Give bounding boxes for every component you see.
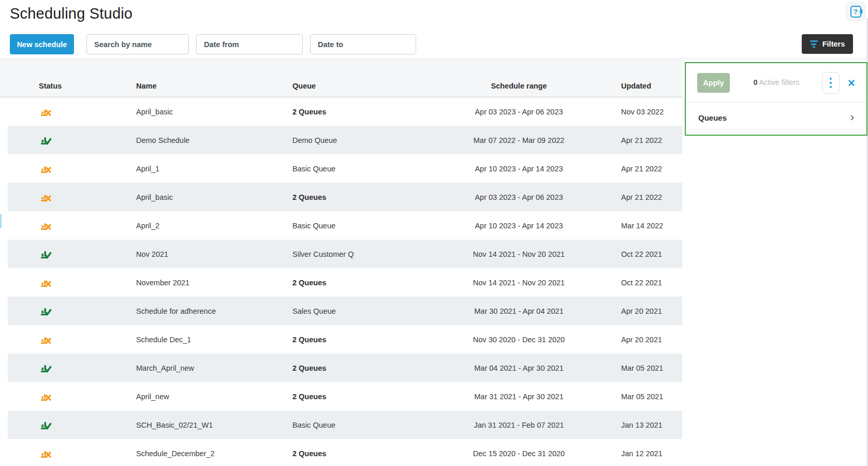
schedule-range: Apr 03 2023 - Apr 06 2023 xyxy=(455,193,582,201)
table-row[interactable]: November 2021 2 Queues Nov 14 2021 - Nov… xyxy=(8,268,682,297)
schedule-range: Nov 14 2021 - Nov 20 2021 xyxy=(455,279,582,287)
status-cell xyxy=(40,362,52,374)
filter-section-label: Queues xyxy=(698,113,727,122)
schedule-name: November 2021 xyxy=(136,279,189,287)
schedule-range: Apr 10 2023 - Apr 14 2023 xyxy=(455,222,582,230)
schedule-name: Schedule Dec_1 xyxy=(136,336,191,344)
left-scrollbar-thumb[interactable] xyxy=(0,214,2,228)
filters-panel: Apply 0Active filters ✕ Queues › xyxy=(685,62,867,136)
table-row[interactable]: Schedule_December_2 2 Queues Dec 15 2020… xyxy=(8,439,682,466)
table-row[interactable]: April_1 Basic Queue Apr 10 2023 - Apr 14… xyxy=(8,154,682,183)
schedule-range: Mar 04 2021 - Apr 30 2021 xyxy=(455,364,582,372)
schedule-range: Nov 30 2020 - Dec 31 2020 xyxy=(455,336,582,344)
more-options-button[interactable] xyxy=(822,72,840,94)
table-header: Status Name Queue Schedule range Updated xyxy=(0,59,682,97)
table-row[interactable]: April_new 2 Queues Mar 31 2021 - Apr 30 … xyxy=(8,382,682,411)
table-row[interactable]: April_basic 2 Queues Apr 03 2023 - Apr 0… xyxy=(8,183,682,211)
active-filters-count: 0 xyxy=(753,78,757,86)
schedule-updated: Mar 14 2022 xyxy=(621,222,663,230)
published-status-icon xyxy=(40,362,52,374)
help-icon: ? xyxy=(850,6,861,18)
not-published-status-icon xyxy=(40,106,52,118)
date-to-input[interactable] xyxy=(310,34,416,54)
apply-button[interactable]: Apply xyxy=(697,73,730,93)
status-cell xyxy=(40,391,52,402)
new-schedule-button[interactable]: New schedule xyxy=(10,34,74,54)
schedule-range: Nov 14 2021 - Nov 20 2021 xyxy=(455,250,582,258)
status-cell xyxy=(40,249,52,260)
status-cell xyxy=(40,192,52,203)
table-row[interactable]: SCH_Basic_02/21_W1 Basic Queue Jan 31 20… xyxy=(8,411,682,439)
table-row[interactable]: Nov 2021 Silver Customer Q Nov 14 2021 -… xyxy=(8,240,682,268)
filter-icon xyxy=(810,40,818,48)
schedule-queue: Basic Queue xyxy=(292,421,335,429)
schedule-name: Demo Schedule xyxy=(136,136,189,144)
status-cell xyxy=(40,163,52,174)
chevron-right-icon: › xyxy=(850,112,854,123)
status-cell xyxy=(40,220,52,231)
search-input[interactable] xyxy=(86,34,189,54)
status-cell xyxy=(40,419,52,431)
column-header-status[interactable]: Status xyxy=(39,82,62,90)
schedule-updated: Apr 21 2022 xyxy=(621,165,662,173)
schedule-queue: Demo Queue xyxy=(292,136,337,144)
published-status-icon xyxy=(40,135,52,146)
schedule-name: April_2 xyxy=(136,222,159,230)
published-status-icon xyxy=(40,249,52,260)
schedule-updated: Mar 05 2021 xyxy=(621,364,663,372)
active-filters-status: 0Active filters xyxy=(738,78,815,86)
active-filters-label: Active filters xyxy=(759,78,799,86)
published-status-icon xyxy=(40,419,52,431)
column-header-queue[interactable]: Queue xyxy=(292,82,316,90)
table-row[interactable]: Schedule for adherence Sales Queue Mar 3… xyxy=(8,297,682,325)
close-filters-button[interactable]: ✕ xyxy=(844,76,859,91)
filters-panel-header: Apply 0Active filters ✕ xyxy=(686,63,866,103)
help-button[interactable]: ? xyxy=(846,2,865,21)
status-cell xyxy=(40,106,52,118)
help-question-mark: ? xyxy=(854,8,858,16)
table-row[interactable]: April_basic 2 Queues Apr 03 2023 - Apr 0… xyxy=(8,97,682,126)
schedule-updated: Apr 20 2021 xyxy=(621,336,662,344)
status-cell xyxy=(40,135,52,146)
table-row[interactable]: Schedule Dec_1 2 Queues Nov 30 2020 - De… xyxy=(8,325,682,354)
schedule-range: Mar 30 2021 - Apr 04 2021 xyxy=(455,307,582,315)
not-published-status-icon xyxy=(40,220,52,231)
table-body: April_basic 2 Queues Apr 03 2023 - Apr 0… xyxy=(0,97,682,466)
schedule-name: April_new xyxy=(136,392,169,401)
table-row[interactable]: Demo Schedule Demo Queue Mar 07 2022 - M… xyxy=(8,126,682,154)
schedule-queue: 2 Queues xyxy=(292,392,326,401)
schedule-range: Jan 31 2021 - Feb 07 2021 xyxy=(455,421,582,429)
schedule-queue: 2 Queues xyxy=(292,364,326,372)
schedule-queue: Basic Queue xyxy=(292,222,335,230)
schedule-queue: 2 Queues xyxy=(292,193,326,201)
column-header-name[interactable]: Name xyxy=(136,82,157,90)
published-status-icon xyxy=(40,305,52,317)
schedule-name: SCH_Basic_02/21_W1 xyxy=(136,421,213,429)
schedule-name: Nov 2021 xyxy=(136,250,168,258)
schedule-queue: 2 Queues xyxy=(292,449,326,458)
schedule-range: Apr 10 2023 - Apr 14 2023 xyxy=(455,165,582,173)
not-published-status-icon xyxy=(40,391,52,402)
not-published-status-icon xyxy=(40,334,52,345)
schedule-updated: Nov 03 2022 xyxy=(621,108,664,116)
column-header-updated[interactable]: Updated xyxy=(621,82,651,90)
schedule-updated: Apr 21 2022 xyxy=(621,136,662,144)
schedule-updated: Oct 22 2021 xyxy=(621,250,662,258)
table-row[interactable]: April_2 Basic Queue Apr 10 2023 - Apr 14… xyxy=(8,211,682,240)
column-header-schedule-range[interactable]: Schedule range xyxy=(455,82,582,90)
schedule-updated: Jan 12 2021 xyxy=(621,449,663,458)
status-cell xyxy=(40,448,52,459)
page-title: Scheduling Studio xyxy=(10,5,133,22)
filter-section-queues[interactable]: Queues › xyxy=(686,103,866,133)
table-row[interactable]: March_April_new 2 Queues Mar 04 2021 - A… xyxy=(8,354,682,382)
schedule-queue: Basic Queue xyxy=(292,165,335,173)
kebab-vertical-icon xyxy=(830,78,832,80)
schedule-queue: 2 Queues xyxy=(292,336,326,344)
filters-button[interactable]: Filters xyxy=(802,34,853,54)
date-from-input[interactable] xyxy=(196,34,303,54)
schedule-name: April_basic xyxy=(136,108,173,116)
schedule-name: April_1 xyxy=(136,165,159,173)
not-published-status-icon xyxy=(40,448,52,459)
filters-button-label: Filters xyxy=(822,40,845,48)
schedule-updated: Apr 21 2022 xyxy=(621,193,662,201)
